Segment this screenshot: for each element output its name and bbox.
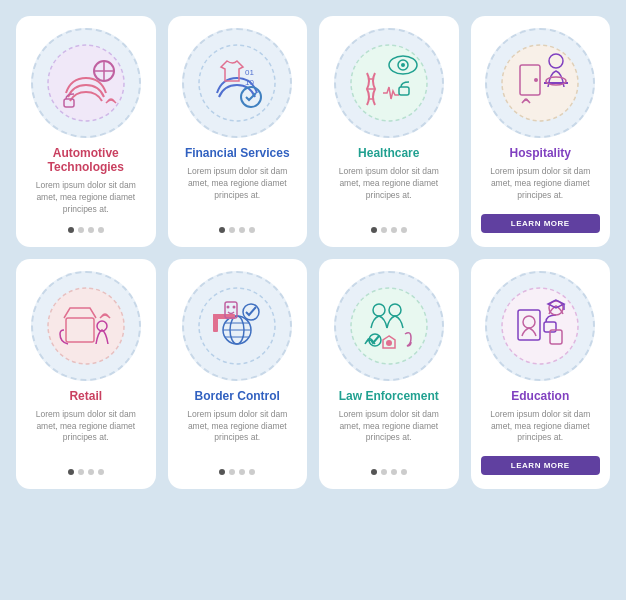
education-learn-more-button[interactable]: LEARN MORE bbox=[481, 456, 601, 475]
law-dot-3 bbox=[401, 469, 407, 475]
financial-dots bbox=[219, 227, 255, 233]
retail-title: Retail bbox=[69, 389, 102, 403]
financial-dot-1 bbox=[229, 227, 235, 233]
law-icon-circle bbox=[334, 271, 444, 381]
border-title: Border Control bbox=[195, 389, 280, 403]
financial-title: Financial Services bbox=[185, 146, 290, 160]
healthcare-body: Lorem ipsum dolor sit dam amet, mea regi… bbox=[329, 166, 449, 202]
border-dot-0 bbox=[219, 469, 225, 475]
card-automotive: Automotive TechnologiesLorem ipsum dolor… bbox=[16, 16, 156, 247]
education-icon-circle bbox=[485, 271, 595, 381]
card-law: Law EnforcementLorem ipsum dolor sit dam… bbox=[319, 259, 459, 490]
law-title: Law Enforcement bbox=[339, 389, 439, 403]
healthcare-dot-0 bbox=[371, 227, 377, 233]
border-dot-2 bbox=[239, 469, 245, 475]
automotive-dot-3 bbox=[98, 227, 104, 233]
automotive-dot-0 bbox=[68, 227, 74, 233]
automotive-body: Lorem ipsum dolor sit dam amet, mea regi… bbox=[26, 180, 146, 216]
retail-dot-2 bbox=[88, 469, 94, 475]
border-icon-circle bbox=[182, 271, 292, 381]
border-dot-1 bbox=[229, 469, 235, 475]
automotive-icon-circle bbox=[31, 28, 141, 138]
law-dot-1 bbox=[381, 469, 387, 475]
card-border: Border ControlLorem ipsum dolor sit dam … bbox=[168, 259, 308, 490]
hospitality-learn-more-button[interactable]: LEARN MORE bbox=[481, 214, 601, 233]
retail-dot-0 bbox=[68, 469, 74, 475]
law-dots bbox=[371, 469, 407, 475]
card-education: EducationLorem ipsum dolor sit dam amet,… bbox=[471, 259, 611, 490]
border-body: Lorem ipsum dolor sit dam amet, mea regi… bbox=[178, 409, 298, 445]
retail-icon-circle bbox=[31, 271, 141, 381]
law-dot-2 bbox=[391, 469, 397, 475]
retail-dots bbox=[68, 469, 104, 475]
financial-body: Lorem ipsum dolor sit dam amet, mea regi… bbox=[178, 166, 298, 202]
law-dot-0 bbox=[371, 469, 377, 475]
financial-dot-2 bbox=[239, 227, 245, 233]
law-body: Lorem ipsum dolor sit dam amet, mea regi… bbox=[329, 409, 449, 445]
healthcare-dot-2 bbox=[391, 227, 397, 233]
border-dot-3 bbox=[249, 469, 255, 475]
retail-dot-1 bbox=[78, 469, 84, 475]
healthcare-dot-1 bbox=[381, 227, 387, 233]
border-dots bbox=[219, 469, 255, 475]
hospitality-title: Hospitality bbox=[510, 146, 571, 160]
healthcare-dots bbox=[371, 227, 407, 233]
automotive-dots bbox=[68, 227, 104, 233]
hospitality-icon-circle bbox=[485, 28, 595, 138]
card-financial: Financial ServicesLorem ipsum dolor sit … bbox=[168, 16, 308, 247]
card-grid: Automotive TechnologiesLorem ipsum dolor… bbox=[16, 16, 610, 489]
healthcare-icon-circle bbox=[334, 28, 444, 138]
automotive-dot-1 bbox=[78, 227, 84, 233]
healthcare-title: Healthcare bbox=[358, 146, 419, 160]
hospitality-body: Lorem ipsum dolor sit dam amet, mea regi… bbox=[481, 166, 601, 202]
education-body: Lorem ipsum dolor sit dam amet, mea regi… bbox=[481, 409, 601, 445]
retail-dot-3 bbox=[98, 469, 104, 475]
education-title: Education bbox=[511, 389, 569, 403]
card-hospitality: HospitalityLorem ipsum dolor sit dam ame… bbox=[471, 16, 611, 247]
automotive-dot-2 bbox=[88, 227, 94, 233]
financial-dot-0 bbox=[219, 227, 225, 233]
card-retail: RetailLorem ipsum dolor sit dam amet, me… bbox=[16, 259, 156, 490]
financial-icon-circle bbox=[182, 28, 292, 138]
healthcare-dot-3 bbox=[401, 227, 407, 233]
retail-body: Lorem ipsum dolor sit dam amet, mea regi… bbox=[26, 409, 146, 445]
card-healthcare: HealthcareLorem ipsum dolor sit dam amet… bbox=[319, 16, 459, 247]
financial-dot-3 bbox=[249, 227, 255, 233]
automotive-title: Automotive Technologies bbox=[26, 146, 146, 174]
